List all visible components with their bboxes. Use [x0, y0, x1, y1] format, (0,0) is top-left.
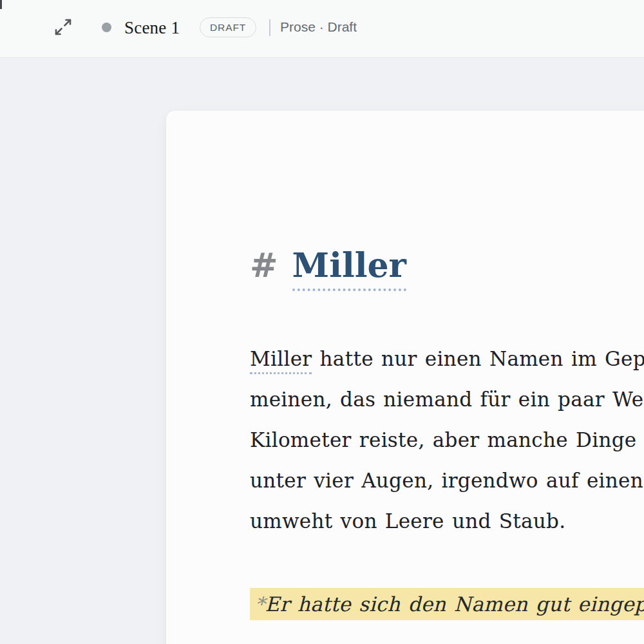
- text-line: umweht von Leere und Staub.: [250, 501, 644, 542]
- editor-card: #Miller Miller hatte nur einen Namen im …: [166, 111, 644, 644]
- scene-heading: #Miller: [250, 245, 406, 286]
- highlighted-text: Er hatte sich den Namen gut eingep: [265, 592, 644, 616]
- topbar-divider: [269, 19, 270, 36]
- text-line: Miller hatte nur einen Namen im Gep: [250, 339, 644, 379]
- text-run: hatte nur einen Namen im Gep: [312, 347, 644, 370]
- workspace: #Miller Miller hatte nur einen Namen im …: [0, 58, 644, 644]
- highlighted-line: *Er hatte sich den Namen gut eingep: [250, 588, 644, 620]
- draft-status-badge[interactable]: DRAFT: [200, 17, 256, 37]
- topbar: Scene 1 DRAFT Prose · Draft: [0, 0, 644, 58]
- markdown-hash: #: [250, 245, 278, 285]
- codex-link-miller[interactable]: Miller: [250, 347, 312, 374]
- paragraph: Miller hatte nur einen Namen im Gep mein…: [250, 339, 644, 542]
- app-window: Scene 1 DRAFT Prose · Draft #Miller Mill…: [0, 0, 644, 644]
- expand-button[interactable]: [52, 15, 75, 39]
- scene-title[interactable]: Scene 1: [124, 18, 180, 38]
- scene-status-dot-icon[interactable]: [102, 23, 111, 32]
- text-line: unter vier Augen, irgendwo auf einen: [250, 460, 644, 501]
- expand-arrows-icon: [53, 17, 73, 37]
- prose-editor[interactable]: #Miller Miller hatte nur einen Namen im …: [166, 111, 644, 644]
- markdown-asterisk: *: [255, 592, 265, 616]
- text-line: meinen, das niemand für ein paar We: [250, 379, 644, 420]
- window-edge-mark: [0, 0, 2, 9]
- text-line: Kilometer reiste, aber manche Dinge: [250, 420, 644, 460]
- codex-link-heading[interactable]: Miller: [292, 245, 406, 291]
- mode-breadcrumb: Prose · Draft: [280, 19, 357, 35]
